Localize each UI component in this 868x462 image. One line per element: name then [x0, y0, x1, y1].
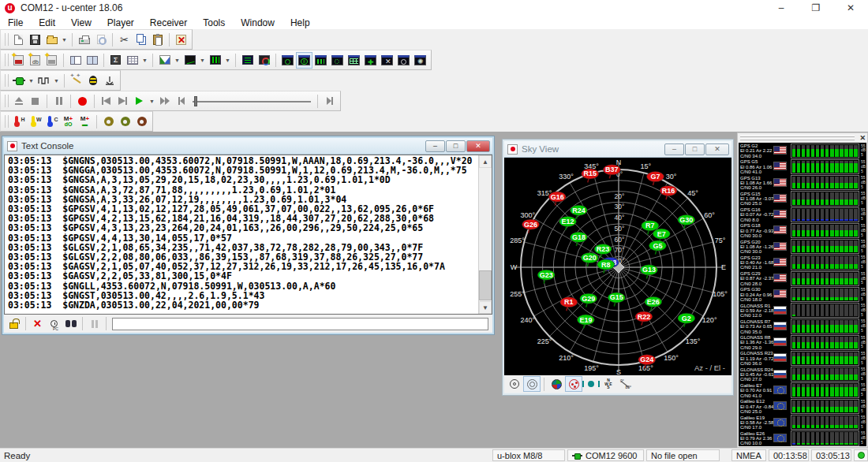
print-preview-button[interactable]	[92, 32, 109, 48]
fast-forward-button[interactable]	[156, 93, 173, 110]
panel-close-icon[interactable]: ✕	[859, 134, 866, 142]
satellites-window-button[interactable]	[279, 52, 296, 69]
eject-button[interactable]	[10, 93, 27, 110]
table-view-button[interactable]	[124, 52, 140, 69]
console-scrollbar[interactable]: ▲ ▼	[478, 155, 492, 314]
snow-window-button[interactable]: ✺	[412, 52, 428, 69]
menu-edit[interactable]: Edit	[31, 17, 63, 28]
map-window-button[interactable]: ✕	[379, 52, 395, 69]
antenna-button[interactable]	[101, 73, 118, 89]
cold-start-button[interactable]: C	[43, 114, 60, 130]
stop-button[interactable]	[27, 93, 43, 110]
baudrate-button[interactable]	[36, 73, 52, 89]
menu-player[interactable]: Player	[99, 17, 142, 28]
print-button[interactable]	[76, 32, 92, 48]
scroll-down-arrow[interactable]: ▼	[479, 301, 492, 314]
autoconfig-button[interactable]	[68, 73, 84, 89]
connect-button[interactable]	[10, 73, 27, 89]
sky-maximize-button[interactable]: □	[685, 143, 705, 155]
sky-view-titlebar[interactable]: Sky View – □ ✕	[504, 141, 731, 158]
split-v-button[interactable]	[84, 52, 100, 69]
gear3-button[interactable]	[133, 114, 150, 130]
console-find-button[interactable]	[62, 315, 79, 332]
msg-plus1-button[interactable]: M+dO	[60, 114, 77, 130]
chart-bar-button[interactable]	[207, 52, 223, 69]
menu-window[interactable]: Window	[233, 17, 282, 28]
bar-chart-dropdown[interactable]: ▼	[223, 52, 232, 69]
close-button[interactable]: ✕	[833, 0, 868, 16]
skyview-window-button[interactable]	[296, 52, 312, 69]
minimize-button[interactable]: –	[764, 0, 799, 16]
hot-start-button[interactable]: H	[10, 114, 27, 130]
cut-button[interactable]: ✂	[116, 32, 133, 48]
data-window-button[interactable]	[346, 52, 362, 69]
step-forward-button[interactable]	[114, 93, 131, 110]
restore-button[interactable]: ❐	[799, 0, 833, 16]
menu-tools[interactable]: Tools	[195, 17, 233, 28]
warm-start-button[interactable]: W	[27, 114, 43, 130]
text-console-titlebar[interactable]: Text Console – □ ✕	[4, 138, 492, 155]
toolbar-grip[interactable]	[5, 54, 9, 66]
play-dropdown[interactable]: ▼	[148, 93, 156, 110]
playback-slider[interactable]	[193, 93, 311, 110]
console-filter-input[interactable]	[112, 318, 488, 330]
console-clear-button[interactable]: ✕	[29, 315, 46, 332]
menu-view[interactable]: View	[63, 17, 99, 28]
status-port[interactable]: COM12 9600	[567, 449, 644, 461]
new-button[interactable]	[10, 32, 27, 48]
console-lock-button[interactable]	[6, 315, 22, 332]
toolbar-grip[interactable]	[5, 74, 9, 87]
sky-compass-button[interactable]: NW ES	[600, 376, 617, 392]
save-button[interactable]	[27, 32, 43, 48]
console-maximize-button[interactable]: □	[446, 140, 466, 152]
toolbar-grip[interactable]	[5, 95, 9, 107]
sky-mode1-button[interactable]	[506, 376, 523, 392]
deviation-window-button[interactable]	[329, 52, 346, 69]
msg-plus2-button[interactable]: M+▬	[77, 114, 93, 130]
pause-button[interactable]	[51, 93, 67, 110]
gear2-button[interactable]	[117, 114, 133, 130]
panel-header[interactable]: ✕	[738, 133, 867, 143]
line-chart-dropdown[interactable]: ▼	[198, 52, 207, 69]
compass-window-button[interactable]: ✚	[362, 52, 379, 69]
console-pause-button[interactable]	[86, 315, 103, 332]
sky-close-button[interactable]: ✕	[705, 143, 729, 155]
toolbar-grip[interactable]	[5, 115, 9, 128]
split-h-button[interactable]	[67, 52, 84, 69]
chart-line-button[interactable]	[181, 52, 198, 69]
step-back-button[interactable]	[98, 93, 114, 110]
play-button[interactable]	[131, 93, 148, 110]
new-view1-button[interactable]	[10, 52, 27, 69]
clock-window-button[interactable]	[395, 52, 412, 69]
new-view2-button[interactable]	[27, 52, 43, 69]
open-dropdown[interactable]: ▼	[60, 32, 69, 48]
chart-colored-button[interactable]	[156, 52, 173, 69]
menu-file[interactable]: File	[0, 17, 31, 28]
table-dropdown[interactable]: ▼	[140, 52, 149, 69]
scroll-up-arrow[interactable]: ▲	[479, 155, 492, 168]
chart-dropdown[interactable]: ▼	[173, 52, 181, 69]
console-close-button[interactable]: ✕	[466, 140, 490, 152]
sky-globe-button[interactable]	[548, 376, 565, 392]
scroll-thumb[interactable]	[479, 270, 492, 300]
skip-start-button[interactable]	[173, 93, 189, 110]
record-button[interactable]	[74, 93, 91, 110]
menu-receiver[interactable]: Receiver	[142, 17, 195, 28]
console-time-button[interactable]	[46, 315, 62, 332]
copy-button[interactable]	[133, 32, 149, 48]
signal-window-button[interactable]	[312, 52, 329, 69]
toolbar-grip[interactable]	[5, 33, 9, 46]
sky-minimize-button[interactable]: –	[664, 143, 684, 155]
gear1-button[interactable]	[100, 114, 117, 130]
console-view-button[interactable]	[239, 52, 256, 69]
slider-handle[interactable]	[194, 96, 197, 106]
console-lines[interactable]: 03:05:13 $GNGNS,030513.00,4353.60072,N,0…	[5, 156, 478, 314]
new-view3-button[interactable]	[43, 52, 60, 69]
clear-button[interactable]	[173, 32, 189, 48]
skip-end-button[interactable]	[321, 93, 338, 110]
debug-button[interactable]	[84, 73, 101, 89]
console-minimize-button[interactable]: –	[425, 140, 445, 152]
baudrate-dropdown[interactable]: ▼	[52, 73, 61, 89]
sky-elevation-button[interactable]: 0°80°	[617, 376, 634, 392]
open-button[interactable]	[43, 32, 60, 48]
